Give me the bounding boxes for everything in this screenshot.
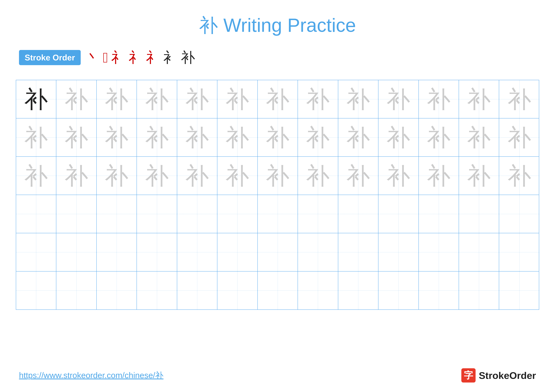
grid-cell-r1-c11[interactable]: 补 <box>419 80 459 118</box>
grid-cell-r6-c5[interactable] <box>177 271 217 309</box>
grid-cell-r4-c8[interactable] <box>298 195 338 233</box>
grid-cell-r5-c10[interactable] <box>379 233 419 271</box>
grid-cell-r5-c7[interactable] <box>258 233 298 271</box>
grid-cell-r4-c6[interactable] <box>217 195 258 233</box>
grid-cell-r1-c2[interactable]: 补 <box>56 80 96 118</box>
grid-cell-r1-c6[interactable]: 补 <box>217 80 258 118</box>
grid-cell-r2-c4[interactable]: 补 <box>137 118 177 156</box>
grid-cell-r2-c10[interactable]: 补 <box>379 118 419 156</box>
grid-cell-r3-c9[interactable]: 补 <box>338 157 379 195</box>
grid-cell-r3-c12[interactable]: 补 <box>459 157 499 195</box>
char-faint: 补 <box>266 87 290 111</box>
grid-cell-r6-c10[interactable] <box>379 271 419 309</box>
grid-cell-r5-c2[interactable] <box>56 233 96 271</box>
grid-cell-r6-c13[interactable] <box>499 271 539 309</box>
footer: https://www.strokeorder.com/chinese/补 字 … <box>19 368 536 383</box>
grid-cell-r3-c5[interactable]: 补 <box>177 157 217 195</box>
grid-cell-r2-c11[interactable]: 补 <box>419 118 459 156</box>
grid-cell-r1-c12[interactable]: 补 <box>459 80 499 118</box>
grid-cell-r2-c3[interactable]: 补 <box>97 118 137 156</box>
grid-cell-r6-c2[interactable] <box>56 271 96 309</box>
char-faint: 补 <box>467 126 491 149</box>
grid-cell-r3-c4[interactable]: 补 <box>137 157 177 195</box>
char-faint: 补 <box>145 87 169 111</box>
grid-cell-r5-c6[interactable] <box>217 233 258 271</box>
logo-text: StrokeOrder <box>479 370 536 381</box>
grid-cell-r4-c10[interactable] <box>379 195 419 233</box>
char-faint: 补 <box>266 126 290 149</box>
grid-cell-r6-c8[interactable] <box>298 271 338 309</box>
grid-cell-r2-c5[interactable]: 补 <box>177 118 217 156</box>
grid-cell-r1-c3[interactable]: 补 <box>97 80 137 118</box>
grid-cell-r5-c4[interactable] <box>137 233 177 271</box>
grid-cell-r5-c1[interactable] <box>16 233 56 271</box>
grid-cell-r2-c13[interactable]: 补 <box>499 118 539 156</box>
grid-cell-r5-c11[interactable] <box>419 233 459 271</box>
grid-cell-r5-c3[interactable] <box>97 233 137 271</box>
grid-cell-r2-c7[interactable]: 补 <box>258 118 298 156</box>
grid-cell-r3-c2[interactable]: 补 <box>56 157 96 195</box>
grid-cell-r2-c8[interactable]: 补 <box>298 118 338 156</box>
grid-cell-r6-c9[interactable] <box>338 271 379 309</box>
grid-cell-r4-c1[interactable] <box>16 195 56 233</box>
char-faint: 补 <box>65 87 88 111</box>
char-faint: 补 <box>185 164 209 187</box>
title-text: Writing Practice <box>223 14 356 36</box>
grid-cell-r3-c8[interactable]: 补 <box>298 157 338 195</box>
grid-cell-r6-c11[interactable] <box>419 271 459 309</box>
grid-cell-r4-c7[interactable] <box>258 195 298 233</box>
stroke-order-badge[interactable]: Stroke Order <box>19 50 81 65</box>
grid-cell-r6-c6[interactable] <box>217 271 258 309</box>
grid-cell-r4-c2[interactable] <box>56 195 96 233</box>
grid-cell-r1-c13[interactable]: 补 <box>499 80 539 118</box>
grid-cell-r2-c1[interactable]: 补 <box>16 118 56 156</box>
grid-row-6 <box>16 271 539 309</box>
grid-cell-r6-c1[interactable] <box>16 271 56 309</box>
grid-cell-r1-c5[interactable]: 补 <box>177 80 217 118</box>
grid-cell-r5-c12[interactable] <box>459 233 499 271</box>
footer-logo: 字 StrokeOrder <box>461 368 536 383</box>
grid-cell-r3-c13[interactable]: 补 <box>499 157 539 195</box>
grid-cell-r1-c8[interactable]: 补 <box>298 80 338 118</box>
grid-cell-r6-c4[interactable] <box>137 271 177 309</box>
grid-cell-r2-c6[interactable]: 补 <box>217 118 258 156</box>
grid-cell-r1-c10[interactable]: 补 <box>379 80 419 118</box>
grid-cell-r2-c12[interactable]: 补 <box>459 118 499 156</box>
grid-cell-r5-c5[interactable] <box>177 233 217 271</box>
grid-cell-r1-c1[interactable]: 补 <box>16 80 56 118</box>
grid-cell-r1-c4[interactable]: 补 <box>137 80 177 118</box>
footer-url[interactable]: https://www.strokeorder.com/chinese/补 <box>19 370 163 381</box>
grid-cell-r5-c8[interactable] <box>298 233 338 271</box>
grid-cell-r6-c7[interactable] <box>258 271 298 309</box>
grid-cell-r1-c7[interactable]: 补 <box>258 80 298 118</box>
char-faint: 补 <box>105 126 128 149</box>
grid-cell-r4-c9[interactable] <box>338 195 379 233</box>
grid-cell-r1-c9[interactable]: 补 <box>338 80 379 118</box>
stroke-7: 补 <box>181 48 195 67</box>
grid-cell-r4-c5[interactable] <box>177 195 217 233</box>
grid-cell-r3-c7[interactable]: 补 <box>258 157 298 195</box>
grid-cell-r3-c6[interactable]: 补 <box>217 157 258 195</box>
grid-cell-r4-c11[interactable] <box>419 195 459 233</box>
grid-cell-r6-c12[interactable] <box>459 271 499 309</box>
grid-cell-r3-c10[interactable]: 补 <box>379 157 419 195</box>
grid-cell-r4-c3[interactable] <box>97 195 137 233</box>
grid-cell-r2-c9[interactable]: 补 <box>338 118 379 156</box>
grid-cell-r6-c3[interactable] <box>97 271 137 309</box>
grid-cell-r4-c4[interactable] <box>137 195 177 233</box>
char-faint: 补 <box>346 126 370 149</box>
grid-cell-r5-c13[interactable] <box>499 233 539 271</box>
char-faint: 补 <box>467 164 491 187</box>
grid-cell-r3-c1[interactable]: 补 <box>16 157 56 195</box>
char-faint: 补 <box>24 164 48 187</box>
title-char: 补 <box>199 14 218 36</box>
grid-cell-r2-c2[interactable]: 补 <box>56 118 96 156</box>
char-faint: 补 <box>145 164 169 187</box>
stroke-1: 丶 <box>85 48 100 67</box>
grid-cell-r5-c9[interactable] <box>338 233 379 271</box>
grid-cell-r4-c13[interactable] <box>499 195 539 233</box>
grid-cell-r3-c3[interactable]: 补 <box>97 157 137 195</box>
char-faint: 补 <box>427 87 451 111</box>
grid-cell-r3-c11[interactable]: 补 <box>419 157 459 195</box>
grid-cell-r4-c12[interactable] <box>459 195 499 233</box>
